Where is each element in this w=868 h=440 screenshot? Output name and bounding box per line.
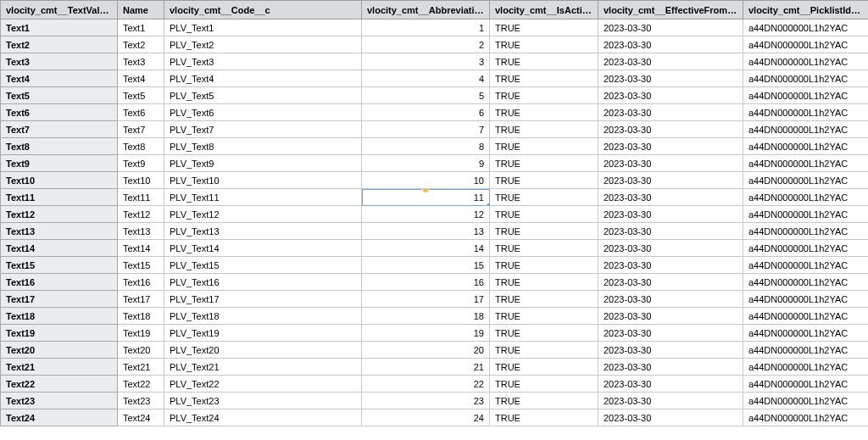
cell-date[interactable]: 2023-03-30 <box>598 172 743 189</box>
cell-picklist[interactable]: a44DN000000L1h2YAC <box>743 409 869 426</box>
cell-date[interactable]: 2023-03-30 <box>598 274 743 291</box>
cell-textvalue[interactable]: Text14 <box>1 240 118 257</box>
cell-name[interactable]: Text15 <box>118 257 164 274</box>
cell-active[interactable]: TRUE <box>490 393 598 409</box>
cell-textvalue[interactable]: Text15 <box>1 257 118 274</box>
cell-picklist[interactable]: a44DN000000L1h2YAC <box>743 121 869 138</box>
cell-code[interactable]: PLV_Text3 <box>164 53 362 70</box>
cell-picklist[interactable]: a44DN000000L1h2YAC <box>743 240 869 257</box>
col-header-date[interactable]: vlocity_cmt__EffectiveFromDate__c <box>598 1 743 19</box>
cell-date[interactable]: 2023-03-30 <box>598 376 743 393</box>
cell-date[interactable]: 2023-03-30 <box>598 223 743 240</box>
cell-textvalue[interactable]: Text2 <box>1 36 118 53</box>
cell-code[interactable]: PLV_Text22 <box>164 376 362 393</box>
cell-name[interactable]: Text10 <box>118 172 164 189</box>
cell-active[interactable]: TRUE <box>490 291 598 308</box>
cell-textvalue[interactable]: Text20 <box>1 342 118 359</box>
cell-date[interactable]: 2023-03-30 <box>598 19 743 36</box>
cell-name[interactable]: Text12 <box>118 206 164 223</box>
cell-name[interactable]: Text16 <box>118 274 164 291</box>
cell-abbr[interactable]: 3 <box>362 53 490 70</box>
cell-active[interactable]: TRUE <box>490 409 598 426</box>
cell-abbr[interactable]: 22 <box>362 376 490 393</box>
cell-picklist[interactable]: a44DN000000L1h2YAC <box>743 342 869 359</box>
cell-picklist[interactable]: a44DN000000L1h2YAC <box>743 376 869 393</box>
cell-abbr[interactable]: 8 <box>362 138 490 155</box>
cell-name[interactable]: Text11 <box>118 189 164 206</box>
cell-code[interactable]: PLV_Text15 <box>164 257 362 274</box>
cell-abbr[interactable]: 18 <box>362 308 490 325</box>
cell-date[interactable]: 2023-03-30 <box>598 87 743 104</box>
cell-code[interactable]: PLV_Text13 <box>164 223 362 240</box>
cell-abbr[interactable]: 5 <box>362 87 490 104</box>
cell-date[interactable]: 2023-03-30 <box>598 189 743 206</box>
cell-code[interactable]: PLV_Text12 <box>164 206 362 223</box>
cell-textvalue[interactable]: Text8 <box>1 138 118 155</box>
cell-code[interactable]: PLV_Text2 <box>164 36 362 53</box>
cell-active[interactable]: TRUE <box>490 257 598 274</box>
cell-active[interactable]: TRUE <box>490 240 598 257</box>
cell-textvalue[interactable]: Text10 <box>1 172 118 189</box>
cell-textvalue[interactable]: Text5 <box>1 87 118 104</box>
cell-code[interactable]: PLV_Text8 <box>164 138 362 155</box>
cell-name[interactable]: Text20 <box>118 342 164 359</box>
cell-name[interactable]: Text22 <box>118 376 164 393</box>
cell-date[interactable]: 2023-03-30 <box>598 359 743 376</box>
cell-abbr[interactable]: 2 <box>362 36 490 53</box>
cell-abbr[interactable]: 19 <box>362 325 490 342</box>
cell-name[interactable]: Text24 <box>118 409 164 426</box>
cell-date[interactable]: 2023-03-30 <box>598 409 743 426</box>
cell-active[interactable]: TRUE <box>490 19 598 36</box>
cell-picklist[interactable]: a44DN000000L1h2YAC <box>743 223 869 240</box>
cell-active[interactable]: TRUE <box>490 274 598 291</box>
cell-picklist[interactable]: a44DN000000L1h2YAC <box>743 104 869 121</box>
cell-active[interactable]: TRUE <box>490 104 598 121</box>
cell-name[interactable]: Text5 <box>118 87 164 104</box>
cell-active[interactable]: TRUE <box>490 206 598 223</box>
cell-picklist[interactable]: a44DN000000L1h2YAC <box>743 138 869 155</box>
cell-name[interactable]: Text19 <box>118 325 164 342</box>
cell-code[interactable]: PLV_Text16 <box>164 274 362 291</box>
cell-abbr[interactable]: 10 <box>362 172 490 189</box>
cell-code[interactable]: PLV_Text6 <box>164 104 362 121</box>
cell-active[interactable]: TRUE <box>490 36 598 53</box>
cell-abbr[interactable]: 16 <box>362 274 490 291</box>
cell-textvalue[interactable]: Text6 <box>1 104 118 121</box>
cell-date[interactable]: 2023-03-30 <box>598 53 743 70</box>
cell-abbr[interactable]: 7 <box>362 121 490 138</box>
cell-code[interactable]: PLV_Text14 <box>164 240 362 257</box>
cell-name[interactable]: Text8 <box>118 138 164 155</box>
cell-code[interactable]: PLV_Text18 <box>164 308 362 325</box>
col-header-code[interactable]: vlocity_cmt__Code__c <box>164 1 362 19</box>
cell-code[interactable]: PLV_Text24 <box>164 409 362 426</box>
cell-name[interactable]: Text18 <box>118 308 164 325</box>
cell-date[interactable]: 2023-03-30 <box>598 138 743 155</box>
cell-active[interactable]: TRUE <box>490 376 598 393</box>
cell-name[interactable]: Text13 <box>118 223 164 240</box>
cell-textvalue[interactable]: Text12 <box>1 206 118 223</box>
cell-textvalue[interactable]: Text3 <box>1 53 118 70</box>
cell-abbr[interactable]: 14 <box>362 240 490 257</box>
cell-active[interactable]: TRUE <box>490 189 598 206</box>
cell-textvalue[interactable]: Text13 <box>1 223 118 240</box>
cell-abbr[interactable]: 9 <box>362 155 490 172</box>
cell-active[interactable]: TRUE <box>490 87 598 104</box>
cell-abbr[interactable]: 11 <box>362 189 490 206</box>
cell-code[interactable]: PLV_Text20 <box>164 342 362 359</box>
cell-textvalue[interactable]: Text24 <box>1 409 118 426</box>
cell-name[interactable]: Text2 <box>118 36 164 53</box>
cell-code[interactable]: PLV_Text19 <box>164 325 362 342</box>
cell-abbr[interactable]: 1 <box>362 19 490 36</box>
cell-picklist[interactable]: a44DN000000L1h2YAC <box>743 393 869 409</box>
cell-name[interactable]: Text7 <box>118 121 164 138</box>
cell-textvalue[interactable]: Text16 <box>1 274 118 291</box>
cell-textvalue[interactable]: Text4 <box>1 70 118 87</box>
cell-active[interactable]: TRUE <box>490 53 598 70</box>
cell-picklist[interactable]: a44DN000000L1h2YAC <box>743 70 869 87</box>
cell-picklist[interactable]: a44DN000000L1h2YAC <box>743 155 869 172</box>
cell-textvalue[interactable]: Text21 <box>1 359 118 376</box>
cell-textvalue[interactable]: Text7 <box>1 121 118 138</box>
cell-code[interactable]: PLV_Text5 <box>164 87 362 104</box>
cell-active[interactable]: TRUE <box>490 308 598 325</box>
cell-name[interactable]: Text9 <box>118 155 164 172</box>
